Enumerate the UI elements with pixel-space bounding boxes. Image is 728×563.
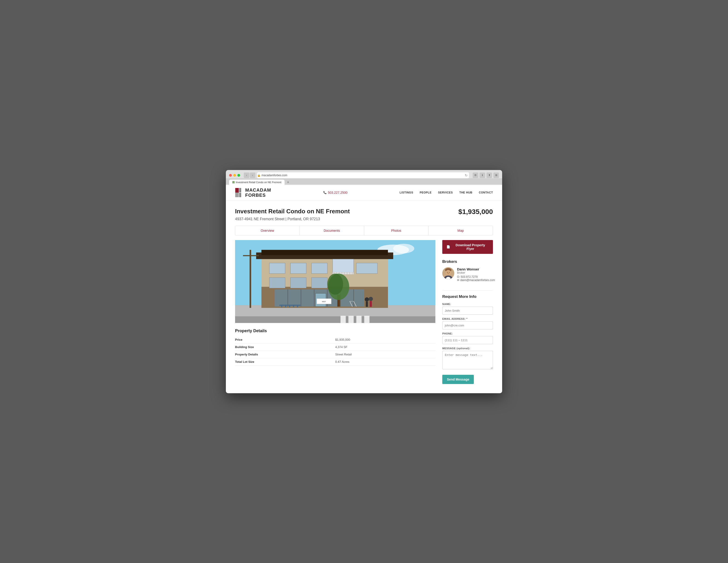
tab-overview[interactable]: Overview: [235, 226, 300, 235]
svg-rect-9: [235, 316, 435, 323]
svg-rect-59: [289, 305, 290, 307]
broker-email-text: dann@macadamforbes.com: [460, 278, 495, 282]
svg-rect-14: [356, 316, 362, 323]
active-tab[interactable]: Investment Retail Condo on NE Fremont: [229, 180, 285, 185]
property-details-title: Property Details: [235, 329, 435, 333]
tab-documents[interactable]: Documents: [300, 226, 364, 235]
detail-label-propdetails: Property Details: [235, 351, 335, 358]
name-input[interactable]: [442, 307, 493, 315]
nav-services[interactable]: SERVICES: [438, 191, 453, 194]
brokers-section: Brokers: [442, 259, 493, 285]
new-tab-button[interactable]: +: [285, 180, 291, 185]
phone-area: 📞 503.227.2500: [323, 191, 348, 194]
svg-rect-23: [333, 259, 354, 273]
broker-name: Dann Wonser: [457, 267, 495, 271]
nav-listings[interactable]: LISTINGS: [399, 191, 413, 194]
form-title: Request More Info: [442, 295, 493, 299]
site-header: MACADAM FORBES 📞 503.227.2500 LISTINGS P…: [226, 185, 502, 201]
download-flyer-button[interactable]: 📄 Download Property Flyer: [442, 240, 493, 254]
url-text: macadamforbes.com: [262, 174, 287, 177]
doc-icon: 📄: [446, 245, 450, 248]
email-label: EMAIL ADDRESS: *: [442, 318, 493, 320]
tab-title: Investment Retail Condo on NE Fremont: [236, 181, 281, 183]
browser-titlebar: ‹ › 🔒 macadamforbes.com ↻ ⚙ ℹ ⬆ ⊞: [226, 170, 502, 178]
phone-label: PHONE:: [442, 332, 493, 335]
detail-label-buildingsize: Building Size: [235, 344, 335, 351]
svg-rect-19: [261, 250, 388, 255]
main-content: Investment Retail Condo on NE Fremont $1…: [226, 201, 502, 393]
back-button[interactable]: ‹: [244, 172, 249, 178]
broker-phone: O: 503.972.7279: [457, 275, 495, 278]
svg-point-71: [449, 272, 450, 272]
detail-value-price: $1,935,000: [335, 336, 435, 344]
svg-rect-35: [290, 277, 306, 288]
brokers-title: Brokers: [442, 259, 493, 264]
svg-rect-20: [269, 263, 285, 273]
close-traffic-light[interactable]: [229, 174, 232, 177]
svg-rect-48: [250, 250, 251, 308]
svg-rect-15: [364, 316, 370, 323]
message-label: MESSAGE (optional):: [442, 347, 493, 350]
property-image: 4937: [235, 240, 435, 323]
name-label: NAME:: [442, 303, 493, 306]
maximize-traffic-light[interactable]: [237, 174, 240, 177]
logo-line2: FORBES: [245, 192, 271, 198]
nav-contact[interactable]: CONTACT: [479, 191, 493, 194]
svg-point-67: [446, 270, 451, 275]
traffic-lights: [229, 174, 240, 177]
tab-map[interactable]: Map: [428, 226, 493, 235]
request-info-form: Request More Info NAME: EMAIL ADDRESS: *…: [442, 295, 493, 384]
minimize-traffic-light[interactable]: [233, 174, 236, 177]
property-details-section: Property Details Price $1,935,000 Buildi…: [235, 329, 435, 366]
nav-people[interactable]: PEOPLE: [420, 191, 432, 194]
nav-thehub[interactable]: THE HUB: [459, 191, 472, 194]
detail-label-lotsize: Total Lot Size: [235, 358, 335, 366]
tab-favicon: [232, 181, 235, 183]
broker-avatar: [442, 267, 454, 279]
svg-rect-4: [235, 192, 239, 197]
listing-title: Investment Retail Condo on NE Fremont: [235, 208, 350, 215]
phone-field-group: PHONE:: [442, 332, 493, 344]
svg-point-7: [393, 244, 414, 253]
info-button[interactable]: ℹ: [480, 172, 485, 178]
tab-bar-listing: Overview Documents Photos Map: [235, 226, 493, 235]
phone-input[interactable]: [442, 336, 493, 344]
broker-info: Dann Wonser Broker O: 503.972.7279 ✉ dan…: [457, 267, 495, 282]
svg-point-52: [365, 297, 369, 301]
svg-rect-60: [293, 305, 294, 307]
svg-rect-61: [297, 305, 298, 307]
svg-rect-21: [290, 263, 306, 273]
browser-window: ‹ › 🔒 macadamforbes.com ↻ ⚙ ℹ ⬆ ⊞ Invest…: [226, 170, 502, 393]
svg-rect-24: [356, 263, 378, 273]
logo-area: MACADAM FORBES: [235, 187, 271, 198]
svg-point-70: [447, 272, 448, 272]
svg-rect-22: [312, 263, 327, 273]
svg-rect-49: [243, 255, 259, 256]
logo-text: MACADAM FORBES: [245, 187, 271, 198]
address-bar[interactable]: 🔒 macadamforbes.com ↻: [257, 172, 469, 178]
message-field-group: MESSAGE (optional):: [442, 347, 493, 370]
phone-number[interactable]: 503.227.2500: [328, 191, 348, 194]
envelope-icon: ✉: [457, 278, 459, 282]
svg-rect-34: [269, 277, 285, 288]
page-content: MACADAM FORBES 📞 503.227.2500 LISTINGS P…: [226, 185, 502, 393]
tab-bar: Investment Retail Condo on NE Fremont +: [226, 178, 502, 185]
share-button[interactable]: ⬆: [486, 172, 492, 178]
reload-icon[interactable]: ↻: [465, 173, 468, 177]
settings-button[interactable]: ⚙: [473, 172, 478, 178]
broker-role: Broker: [457, 271, 495, 274]
svg-rect-57: [281, 305, 282, 307]
message-input[interactable]: [442, 351, 493, 369]
tab-photos[interactable]: Photos: [364, 226, 429, 235]
listing-price: $1,935,000: [458, 208, 493, 215]
add-tab-button[interactable]: ⊞: [493, 172, 499, 178]
send-message-button[interactable]: Send Message: [442, 375, 474, 384]
email-input[interactable]: [442, 321, 493, 330]
sidebar: 📄 Download Property Flyer Brokers: [442, 240, 493, 384]
svg-point-47: [327, 273, 343, 295]
forward-button[interactable]: ›: [250, 172, 255, 178]
download-btn-label: Download Property Flyer: [452, 243, 489, 250]
svg-rect-36: [312, 277, 327, 288]
detail-label-price: Price: [235, 336, 335, 344]
svg-rect-55: [370, 301, 372, 307]
